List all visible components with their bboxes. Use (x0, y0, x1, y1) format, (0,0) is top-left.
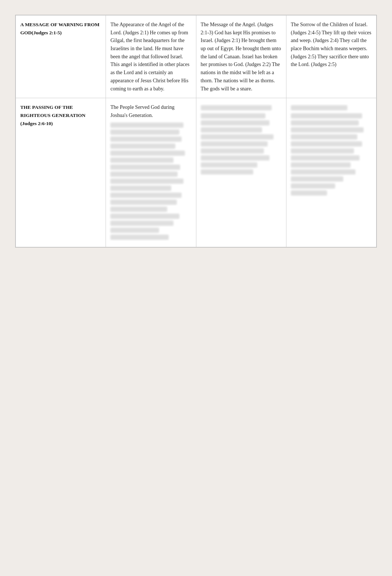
cell-col4-row1: The Sorrow of the Children of Israel. (J… (286, 15, 376, 98)
content-table: A MESSAGE OF WARNING FROM GOD(Judges 2:1… (16, 15, 376, 247)
table-row: THE PASSING OF THE RIGHTEOUS GENERATION … (16, 98, 376, 247)
cell-col1-row1: A MESSAGE OF WARNING FROM GOD(Judges 2:1… (16, 15, 106, 98)
cell-col1-row2: THE PASSING OF THE RIGHTEOUS GENERATION … (16, 98, 106, 247)
message-text: The Message of the Angel. (Judges 2:1-3)… (201, 22, 281, 92)
blurred-col4-row2 (291, 105, 372, 196)
cell-col3-row2 (196, 98, 286, 247)
cell-col2-row1: The Appearance of the Angel of the Lord.… (106, 15, 196, 98)
sorrow-text: The Sorrow of the Children of Israel. (J… (291, 22, 371, 67)
cell-col2-row2: The People Served God during Joshua's Ge… (106, 98, 196, 247)
cell-col4-row2 (286, 98, 376, 247)
blurred-col3-row2 (201, 105, 282, 175)
cell-col3-row1: The Message of the Angel. (Judges 2:1-3)… (196, 15, 286, 98)
people-served-text: The People Served God during Joshua's Ge… (110, 103, 191, 239)
appearance-text: The Appearance of the Angel of the Lord.… (110, 22, 189, 92)
section-label-passing: THE PASSING OF THE RIGHTEOUS GENERATION … (20, 104, 85, 126)
blurred-col2-row2 (110, 123, 191, 240)
table-row: A MESSAGE OF WARNING FROM GOD(Judges 2:1… (16, 15, 376, 98)
main-table-container: A MESSAGE OF WARNING FROM GOD(Judges 2:1… (15, 15, 377, 248)
section-label-warning: A MESSAGE OF WARNING FROM GOD(Judges 2:1… (20, 22, 100, 35)
